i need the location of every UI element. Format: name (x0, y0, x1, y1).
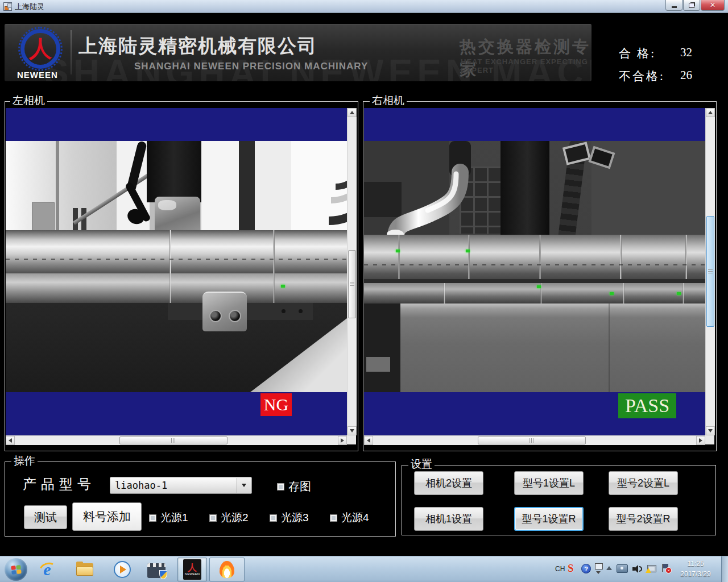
right-camera-view: PASS (364, 108, 705, 435)
block-seam (609, 304, 610, 392)
file-explorer-icon[interactable] (75, 560, 94, 579)
network-tray-icon[interactable] (647, 565, 656, 572)
left-camera-image (6, 141, 347, 392)
company-name-cn: 上海陆灵精密机械有限公司 (78, 34, 317, 59)
taskbar-flame-app-button[interactable] (209, 558, 245, 581)
light2-checkbox[interactable] (209, 514, 217, 522)
weld-seam (685, 235, 687, 279)
help-tray-icon[interactable]: ? (581, 564, 591, 573)
ime-toolbar-icon[interactable] (595, 563, 603, 569)
volume-tray-icon[interactable] (632, 565, 643, 573)
language-indicator[interactable]: CH (555, 565, 565, 573)
left-camera-vscrollbar[interactable] (347, 108, 357, 435)
windows-logo-icon (11, 565, 21, 575)
scroll-down-button[interactable] (706, 426, 715, 435)
light4-checkbox[interactable] (330, 514, 337, 522)
scroll-up-button[interactable] (348, 108, 357, 117)
light2-checkbox-item[interactable]: 光源2 (209, 510, 249, 525)
tube-shadow-line (6, 259, 347, 260)
window-title: 上海陆灵 (15, 2, 44, 12)
show-hidden-icons-button[interactable] (606, 566, 612, 570)
dark-foreground (364, 304, 400, 392)
action-center-tray-icon[interactable]: × (661, 564, 671, 572)
right-camera-top-band (364, 108, 705, 141)
pass-count-label: 合 格: (619, 45, 656, 61)
save-image-checkbox-item[interactable]: 存图 (277, 479, 311, 494)
restore-icon (689, 3, 694, 8)
test-button[interactable]: 测试 (24, 505, 67, 529)
product-model-dropdown[interactable]: liaohao-1 (110, 477, 252, 494)
light3-checkbox[interactable] (270, 514, 277, 522)
hscroll-thumb[interactable] (478, 436, 586, 444)
sogou-tray-icon[interactable]: S (568, 562, 574, 575)
scrollbar-corner (347, 435, 356, 444)
taskbar-neween-app-button[interactable]: 人 NEWEEN (177, 558, 207, 581)
left-camera-hscrollbar[interactable] (6, 435, 347, 445)
add-material-button[interactable]: 料号添加 (72, 502, 142, 531)
restore-button[interactable] (683, 0, 700, 11)
light3-checkbox-item[interactable]: 光源3 (270, 510, 309, 525)
device-tray-icon[interactable] (617, 564, 628, 573)
show-desktop-button[interactable] (721, 556, 728, 582)
internet-explorer-icon[interactable]: e (38, 560, 57, 579)
media-player-icon[interactable] (113, 560, 132, 579)
light1-label: 光源1 (160, 510, 188, 525)
light4-checkbox-item[interactable]: 光源4 (330, 510, 369, 525)
model1-settings-l-button[interactable]: 型号1设置L (514, 471, 584, 495)
taskbar-clock[interactable]: 11:25 2017/3/29 (675, 559, 717, 579)
tube-gap-shadow (364, 279, 705, 283)
hscroll-thumb[interactable] (119, 436, 228, 444)
highlight (158, 200, 176, 210)
right-camera-group-label: 右相机 (370, 93, 407, 108)
dark-strip (239, 141, 255, 231)
taskbar: e 人 NEWEEN CH S ? × (0, 556, 728, 582)
slogan-en: HEAT EXCHANGER EXPECTING EXPERT (461, 57, 592, 74)
video-editor-icon[interactable] (147, 560, 166, 579)
model2-settings-l-button[interactable]: 型号2设置L (609, 471, 678, 495)
right-result-badge: PASS (618, 393, 676, 418)
scroll-right-button[interactable] (338, 436, 347, 445)
arrow-right-icon (341, 438, 344, 443)
camera2-settings-button[interactable]: 相机2设置 (414, 471, 483, 495)
header-banner: SHANGHAI NEWEEN MACH 人 NEWEEN 上海陆灵精密机械有限… (5, 24, 592, 81)
scroll-right-button[interactable] (696, 436, 705, 445)
scroll-down-button[interactable] (348, 426, 357, 435)
bright-background (255, 141, 291, 231)
close-button[interactable]: ✕ (701, 0, 725, 11)
vscroll-thumb[interactable] (706, 216, 714, 327)
tube-shadow-line (364, 264, 705, 265)
base-block (400, 304, 705, 392)
vertical-fixture (147, 141, 201, 202)
dropdown-button[interactable] (237, 478, 251, 493)
small-fixture (366, 357, 390, 372)
settings-group-label: 设置 (408, 457, 435, 472)
right-camera-image (364, 141, 705, 392)
company-logo: 人 (20, 29, 60, 69)
weld-seam (169, 273, 171, 303)
model1-settings-r-button[interactable]: 型号1设置R (514, 507, 584, 531)
door-frame-line (56, 141, 59, 231)
light1-checkbox[interactable] (149, 514, 156, 522)
right-camera-hscrollbar[interactable] (364, 435, 705, 445)
camera1-settings-button[interactable]: 相机1设置 (414, 507, 483, 531)
start-button[interactable] (5, 558, 27, 581)
scroll-left-button[interactable] (6, 436, 15, 445)
clock-time: 11:25 (675, 559, 717, 569)
minimize-button[interactable] (665, 0, 682, 11)
save-image-checkbox[interactable] (277, 483, 284, 490)
scroll-left-button[interactable] (364, 436, 373, 445)
right-camera-vscrollbar[interactable] (705, 108, 715, 435)
light3-label: 光源3 (281, 510, 309, 525)
light4-label: 光源4 (341, 510, 369, 525)
light1-checkbox-item[interactable]: 光源1 (149, 510, 188, 525)
vscroll-thumb[interactable] (348, 250, 356, 318)
arrow-down-icon (708, 429, 713, 433)
weld-seam (623, 283, 624, 304)
pass-count-value: 32 (680, 45, 692, 60)
scroll-up-button[interactable] (706, 108, 715, 117)
small-bracket (562, 142, 591, 165)
bolt-hole (209, 310, 222, 322)
model2-settings-r-button[interactable]: 型号2设置R (609, 507, 678, 531)
operation-group-label: 操作 (11, 454, 38, 468)
brand-name: NEWEEN (17, 70, 58, 80)
